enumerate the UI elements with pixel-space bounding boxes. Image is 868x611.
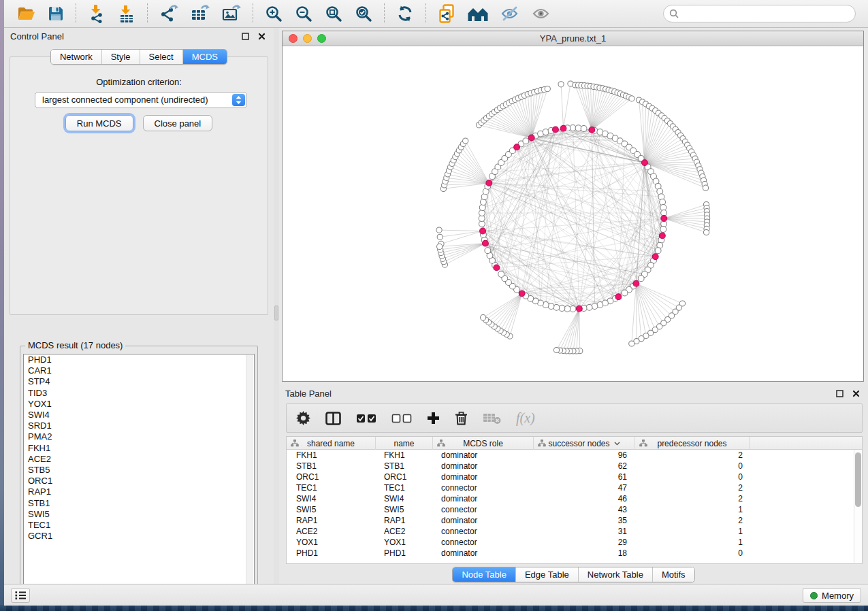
network-hub-node[interactable] (615, 294, 622, 300)
column-header-successor-nodes[interactable]: successor nodes (534, 437, 635, 450)
optimization-criterion-select[interactable]: largest connected component (undirected) (35, 92, 247, 108)
network-hub-node[interactable] (633, 280, 639, 286)
network-node[interactable] (570, 125, 576, 131)
network-hub-node[interactable] (576, 306, 582, 312)
table-scrollbar[interactable] (854, 450, 862, 563)
export-image-icon[interactable] (220, 3, 243, 24)
network-node[interactable] (586, 304, 592, 310)
network-leaf-node[interactable] (436, 227, 442, 233)
vertical-splitter[interactable] (274, 28, 279, 584)
column-header-predecessor-nodes[interactable]: predecessor nodes (635, 437, 750, 450)
network-leaf-node[interactable] (703, 229, 709, 235)
network-view-titlebar[interactable]: YPA_prune.txt_1 (283, 31, 863, 46)
mcds-list-scroll-track[interactable] (246, 355, 253, 595)
select-all-rows-icon[interactable] (356, 414, 376, 423)
delete-column-icon[interactable] (455, 411, 468, 425)
network-leaf-node[interactable] (463, 138, 468, 144)
mcds-result-item[interactable]: TEC1 (24, 520, 254, 531)
network-node[interactable] (660, 205, 666, 211)
network-node[interactable] (570, 306, 576, 312)
table-row[interactable]: SWI4SWI4dominator462 (287, 493, 862, 504)
close-panel-icon[interactable] (256, 32, 268, 41)
column-header-MCDS-role[interactable]: MCDS role (433, 437, 534, 450)
float-table-panel-icon[interactable] (834, 389, 846, 398)
splitter-grip[interactable] (274, 306, 278, 320)
network-hub-node[interactable] (652, 254, 658, 260)
copy-network-icon[interactable] (436, 3, 457, 24)
network-node[interactable] (564, 306, 570, 312)
save-session-icon[interactable] (46, 4, 66, 23)
mcds-result-item[interactable]: SWI4 (24, 410, 254, 420)
network-node[interactable] (658, 194, 664, 200)
mcds-result-item[interactable]: TID3 (24, 388, 254, 399)
network-hub-node[interactable] (661, 216, 667, 222)
tab-node-table[interactable]: Node Table (453, 567, 515, 582)
mcds-result-item[interactable]: YOX1 (24, 399, 254, 410)
network-leaf-node[interactable] (553, 347, 559, 352)
mcds-result-item[interactable]: GCR1 (24, 531, 254, 542)
mcds-result-item[interactable]: RAP1 (24, 486, 254, 497)
mcds-result-item[interactable]: PHD1 (24, 354, 254, 365)
run-mcds-button[interactable]: Run MCDS (65, 115, 133, 131)
network-hub-node[interactable] (519, 291, 525, 297)
import-table-icon[interactable] (116, 3, 138, 24)
table-settings-icon[interactable] (296, 411, 310, 425)
table-row[interactable]: TEC1TEC1connector472 (287, 482, 862, 493)
search-input[interactable] (663, 5, 856, 22)
column-visibility-icon[interactable] (325, 412, 341, 425)
network-node[interactable] (498, 271, 504, 278)
network-node[interactable] (479, 205, 485, 211)
apply-layout-icon[interactable] (394, 3, 416, 24)
zoom-fit-icon[interactable] (323, 3, 344, 24)
network-canvas[interactable] (283, 46, 863, 381)
column-header-name[interactable]: name (376, 437, 433, 450)
network-node[interactable] (581, 126, 587, 132)
mcds-result-item[interactable]: STB5 (24, 465, 254, 476)
network-node[interactable] (622, 290, 628, 296)
mcds-result-item[interactable]: ORC1 (24, 476, 254, 486)
tab-style[interactable]: Style (101, 50, 140, 64)
network-node[interactable] (661, 210, 667, 216)
network-node[interactable] (660, 199, 666, 205)
table-row[interactable]: ORC1ORC1dominator610 (287, 472, 862, 482)
first-neighbors-icon[interactable] (466, 4, 490, 23)
mcds-result-item[interactable]: CAR1 (24, 365, 254, 376)
task-history-button[interactable] (11, 588, 30, 603)
network-hub-node[interactable] (641, 160, 647, 166)
network-hub-node[interactable] (659, 233, 665, 239)
mcds-result-item[interactable]: STP4 (24, 376, 254, 387)
network-hub-node[interactable] (483, 240, 489, 246)
network-node[interactable] (638, 276, 644, 282)
mcds-result-item[interactable]: ACE2 (24, 454, 254, 465)
network-node[interactable] (592, 303, 598, 310)
zoom-out-icon[interactable] (293, 3, 315, 24)
table-scrollbar-thumb[interactable] (855, 452, 861, 507)
network-hub-node[interactable] (486, 180, 492, 186)
network-hub-node[interactable] (560, 125, 566, 131)
maximize-window-icon[interactable] (317, 34, 326, 43)
tab-mcds[interactable]: MCDS (182, 50, 227, 64)
mcds-result-item[interactable]: STB1 (24, 498, 254, 509)
export-table-icon[interactable] (189, 3, 212, 24)
network-leaf-node[interactable] (629, 96, 634, 101)
network-node[interactable] (485, 248, 491, 254)
network-hub-node[interactable] (494, 265, 500, 271)
network-leaf-node[interactable] (437, 244, 443, 249)
network-node[interactable] (479, 216, 485, 222)
close-window-icon[interactable] (289, 34, 298, 43)
network-leaf-node[interactable] (629, 341, 634, 346)
network-node[interactable] (661, 221, 667, 227)
memory-button[interactable]: Memory (803, 588, 861, 603)
network-hub-node[interactable] (528, 135, 534, 141)
table-row[interactable]: STB1STB1dominator620 (287, 461, 862, 472)
hide-selected-icon[interactable] (498, 4, 521, 23)
export-network-icon[interactable] (157, 3, 180, 24)
mcds-result-item[interactable]: SWI5 (24, 509, 254, 520)
tab-edge-table[interactable]: Edge Table (515, 567, 578, 582)
network-leaf-node[interactable] (558, 82, 564, 87)
tab-select[interactable]: Select (140, 50, 182, 64)
table-row[interactable]: ACE2ACE2connector311 (287, 526, 862, 537)
network-node[interactable] (553, 304, 560, 310)
network-node[interactable] (655, 248, 661, 254)
tab-motifs[interactable]: Motifs (652, 567, 694, 582)
